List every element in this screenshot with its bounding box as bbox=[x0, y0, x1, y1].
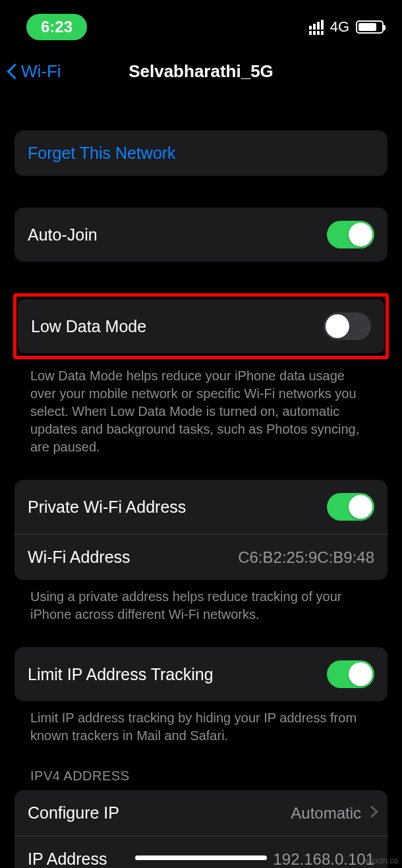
private-address-toggle[interactable] bbox=[327, 493, 374, 521]
battery-icon bbox=[356, 20, 384, 34]
nav-header: Wi-Fi Selvabharathi_5G bbox=[0, 51, 402, 91]
ip-address-row: IP Address 192.168.0.101 bbox=[14, 836, 388, 868]
lowdata-group: Low Data Mode bbox=[18, 299, 384, 353]
limit-ip-row[interactable]: Limit IP Address Tracking bbox=[14, 647, 388, 701]
autojoin-group: Auto-Join bbox=[14, 208, 388, 262]
configure-ip-row[interactable]: Configure IP Automatic bbox=[14, 790, 388, 836]
forget-label: Forget This Network bbox=[28, 144, 176, 163]
limit-ip-caption: Limit IP address tracking by hiding your… bbox=[14, 701, 388, 745]
status-bar: 6:23 4G bbox=[0, 0, 402, 47]
back-label: Wi-Fi bbox=[21, 61, 61, 82]
wifi-address-value: C6:B2:25:9C:B9:48 bbox=[238, 548, 374, 567]
lowdata-label: Low Data Mode bbox=[31, 317, 146, 336]
ipv4-header: IPV4 ADDRESS bbox=[14, 768, 388, 790]
private-address-row[interactable]: Private Wi-Fi Address bbox=[14, 480, 388, 534]
lowdata-caption: Low Data Mode helps reduce your iPhone d… bbox=[14, 359, 388, 456]
ip-address-value: 192.168.0.101 bbox=[273, 850, 374, 869]
lowdata-highlight: Low Data Mode bbox=[13, 293, 389, 359]
lowdata-toggle[interactable] bbox=[324, 312, 371, 340]
home-indicator[interactable] bbox=[135, 855, 267, 860]
network-type: 4G bbox=[330, 18, 349, 36]
private-address-label: Private Wi-Fi Address bbox=[28, 498, 186, 517]
autojoin-toggle[interactable] bbox=[327, 221, 374, 248]
private-address-group: Private Wi-Fi Address Wi-Fi Address C6:B… bbox=[14, 480, 388, 580]
autojoin-label: Auto-Join bbox=[28, 225, 98, 245]
configure-ip-value: Automatic bbox=[291, 804, 361, 823]
autojoin-row[interactable]: Auto-Join bbox=[14, 208, 388, 262]
watermark: wsxdn.co bbox=[365, 856, 398, 865]
forget-group: Forget This Network bbox=[14, 130, 388, 176]
chevron-left-icon bbox=[9, 62, 20, 80]
forget-network-button[interactable]: Forget This Network bbox=[14, 130, 388, 176]
limit-ip-toggle[interactable] bbox=[327, 660, 374, 688]
status-time: 6:23 bbox=[26, 14, 87, 40]
lowdata-row[interactable]: Low Data Mode bbox=[18, 299, 384, 353]
configure-ip-label: Configure IP bbox=[28, 803, 119, 823]
ip-address-label: IP Address bbox=[28, 850, 107, 868]
back-button[interactable]: Wi-Fi bbox=[0, 61, 61, 82]
private-address-caption: Using a private address helps reduce tra… bbox=[14, 580, 388, 623]
limit-ip-label: Limit IP Address Tracking bbox=[28, 665, 214, 684]
wifi-address-label: Wi-Fi Address bbox=[28, 548, 130, 567]
limit-ip-group: Limit IP Address Tracking bbox=[14, 647, 388, 701]
wifi-address-row: Wi-Fi Address C6:B2:25:9C:B9:48 bbox=[14, 534, 388, 580]
chevron-right-icon bbox=[368, 807, 374, 819]
status-right: 4G bbox=[309, 18, 384, 36]
signal-icon bbox=[309, 20, 324, 35]
